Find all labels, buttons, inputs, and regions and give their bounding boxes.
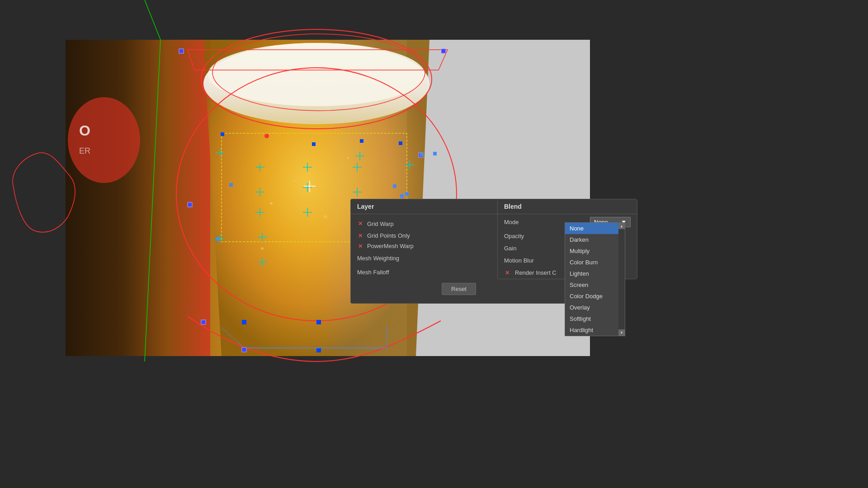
svg-text:ER: ER bbox=[79, 146, 90, 155]
svg-rect-20 bbox=[419, 153, 423, 157]
svg-point-12 bbox=[324, 215, 327, 219]
scroll-up-button[interactable]: ▲ bbox=[618, 223, 625, 229]
svg-rect-52 bbox=[433, 152, 437, 155]
reset-row: Reset bbox=[357, 281, 561, 295]
top-bar bbox=[0, 0, 868, 40]
svg-rect-54 bbox=[312, 142, 316, 146]
mesh-weighting-label: Mesh Weighting bbox=[357, 255, 494, 262]
svg-rect-3 bbox=[66, 40, 407, 356]
svg-point-53 bbox=[264, 134, 269, 138]
svg-rect-49 bbox=[229, 183, 233, 187]
svg-point-11 bbox=[293, 180, 295, 182]
svg-rect-50 bbox=[393, 184, 396, 188]
svg-rect-22 bbox=[316, 320, 321, 324]
mesh-falloff-label: Mesh Falloff bbox=[357, 269, 494, 276]
blend-panel-header: Blend bbox=[498, 199, 637, 214]
svg-point-14 bbox=[261, 247, 264, 250]
svg-rect-26 bbox=[316, 348, 321, 352]
scroll-down-button[interactable]: ▼ bbox=[618, 329, 625, 336]
reset-button[interactable]: Reset bbox=[442, 283, 476, 295]
svg-rect-51 bbox=[420, 153, 423, 156]
grid-points-toggle[interactable]: ✕ bbox=[357, 233, 363, 239]
dropdown-item-color-dodge[interactable]: Color Dodge bbox=[565, 291, 625, 302]
blend-dropdown-list[interactable]: None Darken Multiply Color Burn Lighten … bbox=[565, 222, 625, 336]
powermesh-toggle[interactable]: ✕ bbox=[357, 243, 363, 249]
svg-point-8 bbox=[203, 43, 429, 124]
dropdown-item-hardlight[interactable]: Hardlight bbox=[565, 324, 625, 336]
dropdown-item-darken[interactable]: Darken bbox=[565, 234, 625, 245]
dropdown-item-lighten[interactable]: Lighten bbox=[565, 268, 625, 279]
svg-point-9 bbox=[208, 43, 425, 106]
right-bar bbox=[728, 0, 868, 488]
svg-text:O: O bbox=[79, 122, 90, 139]
dropdown-item-overlay[interactable]: Overlay bbox=[565, 302, 625, 313]
left-bar bbox=[0, 0, 66, 488]
svg-rect-59 bbox=[400, 194, 404, 198]
dropdown-item-screen[interactable]: Screen bbox=[565, 279, 625, 291]
svg-rect-2 bbox=[407, 40, 590, 356]
svg-rect-24 bbox=[188, 202, 192, 207]
dropdown-item-softlight[interactable]: Softlight bbox=[565, 313, 625, 324]
svg-rect-19 bbox=[441, 49, 446, 53]
svg-rect-48 bbox=[399, 141, 402, 145]
svg-point-15 bbox=[201, 29, 432, 129]
svg-rect-23 bbox=[242, 320, 246, 324]
dropdown-scrollbar[interactable]: ▲ ▼ bbox=[618, 223, 625, 336]
svg-rect-58 bbox=[405, 192, 409, 196]
svg-point-13 bbox=[347, 157, 349, 159]
grid-warp-label: Grid Warp bbox=[367, 221, 512, 227]
svg-rect-57 bbox=[216, 237, 219, 241]
svg-point-10 bbox=[270, 202, 273, 205]
grid-warp-toggle[interactable]: ✕ bbox=[357, 221, 363, 227]
svg-rect-18 bbox=[179, 49, 184, 53]
svg-rect-46 bbox=[221, 132, 224, 136]
svg-line-56 bbox=[145, 40, 160, 361]
svg-rect-25 bbox=[242, 347, 246, 352]
svg-rect-1 bbox=[66, 40, 590, 356]
svg-line-75 bbox=[222, 328, 244, 348]
svg-point-16 bbox=[212, 34, 425, 111]
render-insert-toggle[interactable]: ✕ bbox=[504, 270, 510, 276]
bottom-bar bbox=[0, 474, 868, 488]
svg-rect-47 bbox=[360, 139, 363, 143]
dropdown-item-color-burn[interactable]: Color Burn bbox=[565, 257, 625, 268]
dropdown-item-multiply[interactable]: Multiply bbox=[565, 245, 625, 257]
svg-point-5 bbox=[68, 97, 140, 183]
svg-rect-4 bbox=[66, 40, 210, 356]
svg-rect-21 bbox=[201, 320, 206, 324]
dropdown-item-none[interactable]: None bbox=[565, 223, 625, 234]
